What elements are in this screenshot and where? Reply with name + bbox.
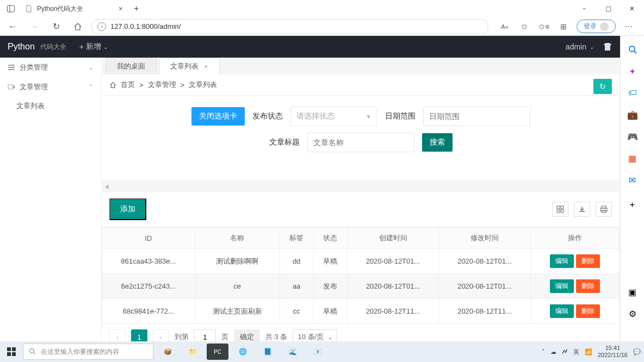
- new-tab-button[interactable]: +: [129, 4, 143, 14]
- read-aloud-icon[interactable]: A»: [498, 20, 511, 33]
- taskbar-app-explorer[interactable]: 📁: [182, 344, 203, 360]
- browser-tab[interactable]: Python代码大全 ×: [20, 1, 128, 17]
- table-row: 6e2c1275-c243... ce aa 发布 2020-08-12T01.…: [102, 274, 620, 299]
- svg-rect-4: [8, 69, 15, 70]
- user-menu[interactable]: admin ⌄: [566, 42, 594, 51]
- tab-article-list[interactable]: 文章列表 ×: [159, 58, 220, 74]
- app-header: Python 代码大全 + 新增 ⌄ admin ⌄: [0, 36, 620, 58]
- start-button[interactable]: [3, 344, 20, 360]
- home-icon: [109, 82, 116, 89]
- home-button[interactable]: [70, 18, 86, 35]
- col-id: ID: [102, 228, 195, 249]
- close-tabs-button[interactable]: 关闭选项卡: [191, 107, 245, 126]
- svg-point-19: [30, 349, 34, 353]
- video-icon: [8, 83, 15, 91]
- date-range-input[interactable]: [423, 107, 530, 126]
- taskbar-app-pycharm[interactable]: PC: [207, 344, 228, 360]
- tray-battery-icon[interactable]: 🗲: [562, 348, 568, 355]
- office-icon[interactable]: ▦: [627, 152, 639, 164]
- export-icon[interactable]: [574, 202, 590, 217]
- add-menu[interactable]: + 新增 ⌄: [79, 42, 108, 52]
- taskbar-app-chrome[interactable]: 🌐: [232, 344, 253, 360]
- outlook-icon[interactable]: ✉: [627, 174, 639, 186]
- chevron-down-icon: ⌄: [88, 64, 94, 71]
- collapse-handle[interactable]: ◂: [101, 181, 620, 191]
- svg-rect-16: [12, 347, 16, 351]
- status-select[interactable]: 请选择状态 ▼: [290, 107, 377, 126]
- window-maximize[interactable]: ▢: [596, 0, 620, 17]
- avatar-icon: [600, 22, 609, 31]
- sparkle-icon[interactable]: ✦: [627, 65, 639, 77]
- close-tab-icon[interactable]: ×: [119, 4, 123, 13]
- total-count: 共 3 条: [265, 332, 287, 342]
- title-label: 文章标题: [269, 138, 300, 147]
- search-icon[interactable]: [627, 43, 639, 55]
- nav-category[interactable]: 分类管理 ⌄: [0, 58, 101, 77]
- more-icon[interactable]: ⋯: [622, 20, 635, 33]
- refresh-page-button[interactable]: ↻: [593, 79, 612, 94]
- star-outline-icon[interactable]: ✩: [518, 20, 531, 33]
- delete-button[interactable]: 删除: [576, 279, 600, 293]
- tag-icon[interactable]: 🏷: [627, 87, 639, 99]
- taskbar-search[interactable]: 在这里输入你要搜索的内容: [23, 344, 153, 360]
- chevron-down-icon: ⌄: [590, 44, 594, 50]
- status-label: 发布状态: [252, 111, 283, 121]
- close-icon[interactable]: ×: [204, 63, 208, 71]
- taskbar-app-word[interactable]: 📘: [257, 344, 278, 360]
- svg-point-13: [629, 46, 635, 52]
- tab-desktop[interactable]: 我的桌面: [106, 58, 157, 74]
- tray-clock[interactable]: 15:41 2022/11/16: [598, 345, 628, 359]
- panel-icon[interactable]: ▣: [627, 286, 639, 298]
- window-minimize[interactable]: −: [572, 0, 596, 17]
- tab-title: Python代码大全: [37, 4, 83, 14]
- taskbar-app-boxes[interactable]: 📦: [157, 344, 178, 360]
- game-icon[interactable]: 🎮: [627, 130, 639, 142]
- table-row: 861caa43-383e... 测试删除啊啊 dd 草稿 2020-08-12…: [102, 249, 620, 274]
- briefcase-icon[interactable]: 💼: [627, 109, 639, 121]
- browser-login-button[interactable]: 登录: [577, 20, 616, 33]
- tray-cloud-icon[interactable]: ☁: [550, 348, 556, 355]
- edge-sidebar: ✦ 🏷 💼 🎮 ▦ ✉ + ▣ ⚙: [620, 36, 644, 341]
- tshirt-icon[interactable]: [603, 42, 612, 52]
- svg-rect-17: [7, 352, 11, 356]
- brand-sub: 代码大全: [40, 42, 66, 52]
- article-table: ID 名称 标签 状态 创建时间 修改时间 操作 861caa43-383e..…: [102, 227, 620, 324]
- svg-rect-3: [8, 67, 15, 68]
- tray-wifi-icon[interactable]: 📶: [585, 348, 592, 355]
- forward-button: →: [26, 18, 42, 35]
- taskbar: 在这里输入你要搜索的内容 📦 📁 PC 🌐 📘 🌊 📧 ˄ ☁ 🗲 英 📶 15…: [0, 341, 644, 362]
- svg-rect-8: [557, 210, 560, 213]
- collections-icon[interactable]: ⊞: [557, 20, 570, 33]
- edit-button[interactable]: 编辑: [550, 279, 574, 293]
- back-button[interactable]: ←: [4, 18, 21, 35]
- tray-notification-icon[interactable]: 💬: [633, 348, 641, 355]
- columns-icon[interactable]: [552, 202, 568, 217]
- brand: Python: [8, 42, 35, 52]
- col-created: 创建时间: [347, 228, 439, 249]
- address-bar[interactable]: i 127.0.0.1:8000/admin/: [91, 19, 488, 34]
- tab-sidebar-icon[interactable]: [3, 1, 18, 16]
- title-input[interactable]: [307, 133, 414, 152]
- plus-icon[interactable]: +: [627, 199, 639, 211]
- window-close[interactable]: ✕: [620, 0, 644, 17]
- refresh-button[interactable]: ↻: [48, 18, 64, 35]
- site-info-icon[interactable]: i: [97, 22, 106, 31]
- taskbar-app-edge[interactable]: 🌊: [282, 344, 304, 360]
- tray-ime-icon[interactable]: 英: [573, 348, 579, 356]
- edit-button[interactable]: 编辑: [550, 304, 574, 318]
- chevron-down-icon: ⌄: [103, 44, 108, 50]
- settings-icon[interactable]: ⚙: [627, 308, 639, 320]
- svg-rect-15: [7, 347, 11, 351]
- col-ops: 操作: [530, 228, 619, 249]
- delete-button[interactable]: 删除: [576, 254, 600, 268]
- add-button[interactable]: 添加: [109, 198, 146, 220]
- search-button[interactable]: 搜索: [422, 133, 453, 152]
- nav-article[interactable]: 文章管理 ⌃: [0, 77, 101, 97]
- nav-article-list[interactable]: 文章列表: [0, 97, 101, 115]
- delete-button[interactable]: 删除: [576, 304, 600, 318]
- taskbar-app-mail[interactable]: 📧: [307, 344, 329, 360]
- edit-button[interactable]: 编辑: [550, 254, 574, 268]
- print-icon[interactable]: [596, 202, 612, 217]
- tray-up-icon[interactable]: ˄: [542, 348, 545, 355]
- favorites-icon[interactable]: ✩≡: [537, 20, 550, 33]
